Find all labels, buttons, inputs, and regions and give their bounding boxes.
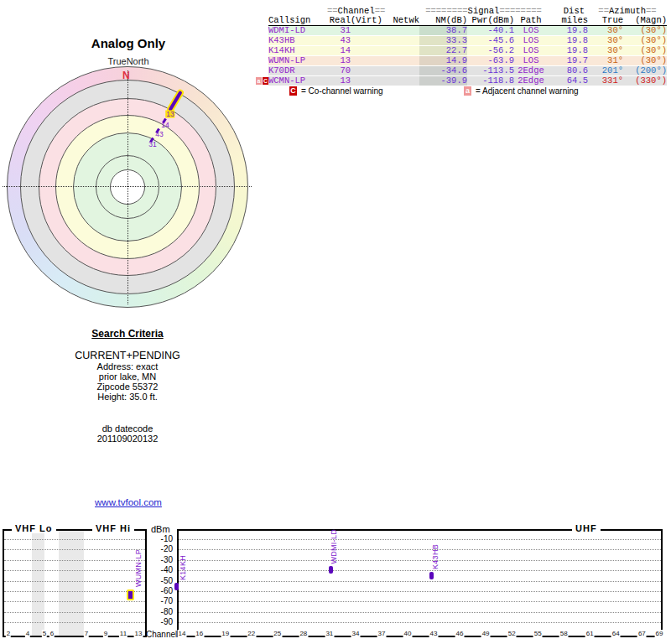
channel-tick-label: 5 [42, 630, 47, 637]
gridline [179, 549, 661, 550]
channel-tick-label: 11 [119, 630, 127, 637]
cell-magn: (30°) [623, 46, 667, 55]
cell-pwr: -56.2 [467, 46, 514, 55]
polar-crosshair-vertical [127, 70, 128, 304]
cell-netwk [382, 36, 419, 45]
col-header-true: True [588, 16, 623, 25]
table-row-wdmi-ld[interactable]: WDMI-LD3138.7-40.1LOS19.830°(30°) [268, 26, 667, 35]
cell-callsign: K14KH [268, 46, 327, 55]
cell-callsign: WCMN-LP [268, 76, 327, 86]
channel-tick-label: 6 [49, 630, 55, 637]
polar-chart: Analog Only TrueNorth N 13144331 [0, 0, 262, 319]
cell-pwr: -113.5 [467, 66, 514, 75]
dbm-axis-label: dBm [151, 524, 170, 534]
cell-path: LOS [514, 46, 548, 55]
cell-netwk [382, 26, 419, 35]
vhf-gap-band [59, 531, 84, 636]
dbm-tick-label: -50 [148, 576, 173, 585]
col-header-callsign: Callsign [268, 16, 327, 25]
warning-icons: aC [256, 77, 268, 85]
table-row-k14kh[interactable]: K14KH1422.7-56.2LOS19.830°(30°) [268, 46, 667, 55]
cell-path: LOS [514, 36, 548, 45]
search-line: Zipcode 55372 [27, 382, 228, 392]
table-row-k70dr[interactable]: K70DR70-34.6-113.52Edge80.6201°(200°) [268, 66, 667, 75]
dbm-tick-label: -90 [148, 617, 173, 626]
legend-text: = Co-channel warning [301, 86, 383, 96]
dbm-tick-label: -60 [148, 586, 173, 595]
search-line: prior lake, MN [27, 371, 228, 382]
cell-path: LOS [514, 56, 548, 65]
cell-true: 30° [588, 26, 623, 35]
gridline [4, 539, 145, 540]
channel-tick-label: 64 [611, 630, 621, 637]
cell-netwk [382, 46, 419, 55]
signal-marker-label-k43hb: K43HB [431, 544, 440, 569]
db-line: db datecode [27, 423, 228, 434]
col-header-real: Real [327, 16, 351, 25]
gridline [179, 601, 661, 602]
adjacent-channel-warning-icon: a [464, 86, 471, 96]
cell-miles: 19.8 [548, 46, 588, 55]
table-row-k43hb[interactable]: K43HB4333.3-45.6LOS19.830°(30°) [268, 36, 667, 45]
cell-true: 30° [588, 46, 623, 55]
col-header-path: Path [514, 16, 548, 25]
tvfool-link[interactable]: www.tvfool.com [95, 497, 162, 507]
col-header-nm: NM(dB) [419, 16, 467, 25]
legend-text: = Adjacent channel warning [476, 86, 579, 96]
cell-callsign: WDMI-LD [268, 26, 327, 35]
dbm-tick-label: -30 [148, 555, 173, 564]
channel-tick-label: 19 [221, 630, 230, 637]
signal-marker-wdmi-ld [329, 566, 333, 574]
table-row-wcmn-lp[interactable]: aCWCMN-LP13-39.9-118.82Edge64.5331°(330°… [268, 76, 667, 86]
channel-tick-label: 4 [25, 630, 30, 637]
cell-real: 43 [327, 36, 351, 45]
dbm-tick-label: -20 [148, 544, 173, 553]
gridline [179, 539, 661, 540]
cell-path: 2Edge [514, 76, 548, 86]
channel-tick-label: 22 [247, 630, 256, 637]
channel-tick-label: 34 [351, 630, 360, 637]
channel-tick-label: 43 [429, 630, 439, 637]
cell-miles: 19.8 [548, 36, 588, 45]
legend-item: a= Adjacent channel warning [464, 86, 579, 96]
cell-netwk [382, 66, 419, 75]
channel-tick-label: 31 [325, 630, 334, 637]
search-criteria-lines: CURRENT+PENDINGAddress: exactprior lake,… [27, 350, 228, 402]
signal-table-body: WDMI-LD3138.7-40.1LOS19.830°(30°)K43HB43… [268, 26, 667, 86]
cell-miles: 80.6 [548, 66, 588, 75]
gridline [179, 581, 661, 582]
polar-channel-label-13: 13 [165, 111, 174, 118]
cell-miles: 19.8 [548, 26, 588, 35]
cell-true: 30° [588, 36, 623, 45]
channel-tick-label: 25 [273, 630, 282, 637]
signal-marker-label-k14kh: K14KH [179, 555, 187, 580]
gridline [179, 560, 661, 561]
table-row-wumn-lp[interactable]: WUMN-LP1314.9-63.9LOS19.731°(30°) [268, 56, 667, 65]
col-header-netwk: Netwk [382, 16, 419, 25]
channel-axis-label: Channel [146, 630, 177, 639]
gridline [4, 591, 145, 592]
band-chart: VHF Lo VHF Hi UHF dBm Channel -10-20-30-… [0, 522, 671, 644]
gridline [4, 560, 145, 561]
cell-pwr: -63.9 [467, 56, 514, 65]
cell-miles: 64.5 [548, 76, 588, 86]
search-line: Height: 35.0 ft. [27, 392, 228, 402]
adjacent-channel-warning-icon: a [256, 77, 262, 85]
channel-tick-label: 46 [455, 630, 465, 637]
polar-channel-label-31: 31 [148, 141, 156, 148]
channel-tick-label: 7 [84, 630, 89, 637]
site-link-wrap: www.tvfool.com [0, 494, 257, 509]
channel-tick-label: 55 [533, 630, 543, 637]
channel-tick-label: 52 [507, 630, 517, 637]
gridline [179, 622, 661, 623]
cell-miles: 19.7 [548, 56, 588, 65]
polar-channel-label-14: 14 [161, 122, 169, 129]
gridline [4, 549, 145, 550]
search-line: CURRENT+PENDING [27, 350, 228, 361]
channel-tick-label: 14 [178, 630, 187, 637]
channel-tick-label: 16 [195, 630, 204, 637]
col-header-pwr: Pwr(dBm) [467, 16, 514, 25]
cell-nm: 38.7 [419, 26, 467, 35]
co-channel-warning-icon: C [289, 86, 297, 96]
channel-tick-label: 67 [637, 630, 647, 637]
